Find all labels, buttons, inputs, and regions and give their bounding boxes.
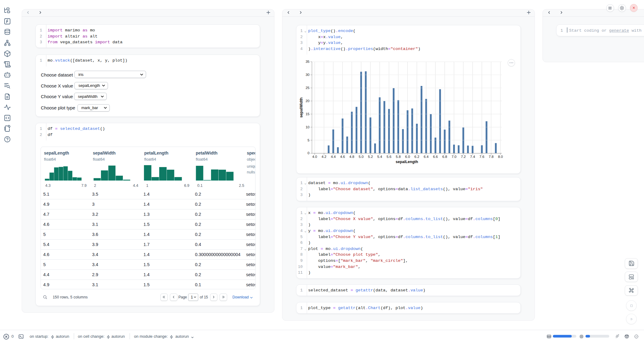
svg-text:35: 35 — [306, 60, 309, 63]
svg-text:25: 25 — [306, 86, 309, 90]
svg-text:20: 20 — [306, 99, 309, 103]
svg-text:15: 15 — [306, 112, 309, 116]
svg-text:6.4: 6.4 — [424, 155, 429, 159]
svg-text:5: 5 — [308, 138, 309, 142]
svg-text:7.0: 7.0 — [452, 155, 456, 159]
svg-text:7.4: 7.4 — [470, 155, 475, 159]
svg-text:4.4: 4.4 — [331, 155, 336, 159]
svg-text:6.8: 6.8 — [442, 155, 447, 159]
svg-text:7.2: 7.2 — [461, 155, 466, 159]
svg-text:0: 0 — [308, 151, 309, 155]
svg-text:6.2: 6.2 — [414, 155, 419, 159]
svg-text:5.8: 5.8 — [396, 155, 401, 159]
svg-text:10: 10 — [306, 125, 309, 129]
svg-text:sepalWidth: sepalWidth — [299, 98, 303, 118]
svg-text:4.0: 4.0 — [312, 155, 317, 159]
svg-text:5.2: 5.2 — [368, 155, 373, 159]
svg-text:4.2: 4.2 — [322, 155, 327, 159]
svg-text:6.6: 6.6 — [433, 155, 438, 159]
svg-text:sepalLength: sepalLength — [395, 160, 418, 164]
svg-text:4.6: 4.6 — [340, 155, 345, 159]
svg-text:5.6: 5.6 — [387, 155, 392, 159]
svg-text:7.8: 7.8 — [489, 155, 494, 159]
svg-text:6.0: 6.0 — [405, 155, 410, 159]
svg-text:5.4: 5.4 — [377, 155, 382, 159]
svg-text:5.0: 5.0 — [359, 155, 363, 159]
svg-text:7.6: 7.6 — [479, 155, 484, 159]
svg-text:8.0: 8.0 — [498, 155, 503, 159]
svg-text:4.8: 4.8 — [349, 155, 354, 159]
svg-text:30: 30 — [306, 73, 309, 77]
